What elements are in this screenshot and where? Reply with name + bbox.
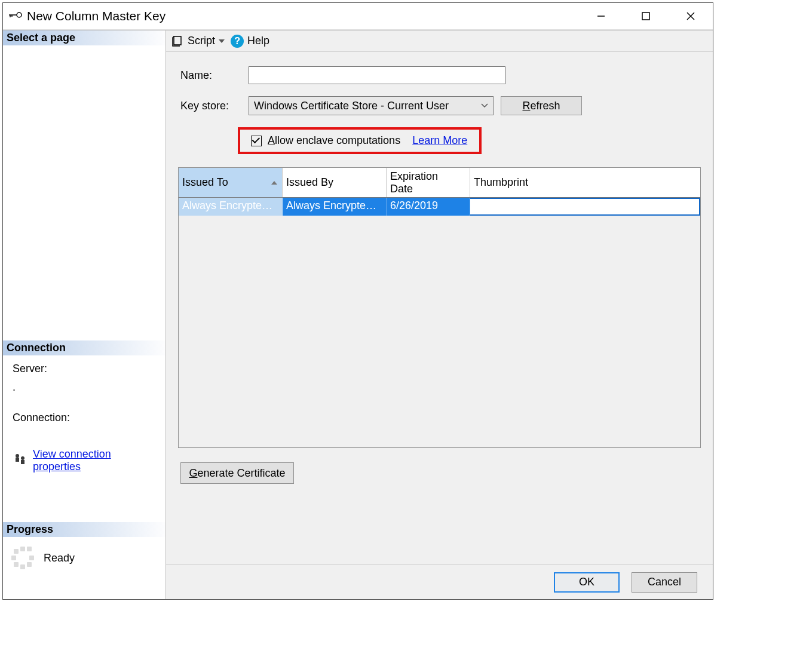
sort-asc-icon xyxy=(271,181,277,185)
name-input[interactable] xyxy=(249,66,505,84)
enclave-highlight-box: Allow enclave computations Learn More xyxy=(238,127,482,154)
cancel-button[interactable]: Cancel xyxy=(632,572,697,593)
cell-issued-to: Always Encrypted ... xyxy=(179,198,283,216)
progress-header: Progress xyxy=(3,522,165,537)
script-label: Script xyxy=(188,35,215,47)
help-icon: ? xyxy=(231,35,244,48)
column-header-thumbprint[interactable]: Thumbprint xyxy=(470,168,700,197)
name-label: Name: xyxy=(180,69,249,82)
cell-expiration: 6/26/2019 xyxy=(387,198,470,216)
view-connection-properties-link[interactable]: View connection properties xyxy=(33,448,160,473)
right-panel: Script ? Help Name: Key store: Windows C… xyxy=(165,30,713,599)
cell-thumbprint xyxy=(470,198,700,216)
help-button[interactable]: ? Help xyxy=(231,35,269,48)
certificate-grid: Issued To Issued By ExpirationDate Thumb… xyxy=(178,167,701,448)
svg-rect-11 xyxy=(21,460,24,464)
column-header-issued-to[interactable]: Issued To xyxy=(179,168,283,197)
svg-point-8 xyxy=(16,454,19,458)
help-label: Help xyxy=(247,35,269,47)
progress-status: Ready xyxy=(44,552,75,564)
key-icon xyxy=(9,11,22,22)
keystore-label: Key store: xyxy=(180,100,249,112)
svg-rect-12 xyxy=(174,36,181,45)
dialog-footer: OK Cancel xyxy=(166,564,713,599)
allow-enclave-checkbox[interactable] xyxy=(251,136,262,146)
refresh-button[interactable]: Refresh xyxy=(501,96,582,115)
svg-rect-5 xyxy=(642,13,649,20)
cell-issued-by: Always Encrypted A... xyxy=(283,198,387,216)
left-panel: Select a page Connection Server: . Conne… xyxy=(3,30,165,599)
select-page-header: Select a page xyxy=(3,30,165,45)
svg-rect-9 xyxy=(16,458,19,462)
svg-point-10 xyxy=(21,456,24,460)
minimize-button[interactable] xyxy=(578,3,623,30)
generate-certificate-button[interactable]: Generate Certificate xyxy=(180,462,294,484)
column-header-expiration[interactable]: ExpirationDate xyxy=(387,168,470,197)
column-header-issued-by[interactable]: Issued By xyxy=(283,168,387,197)
connection-label: Connection: xyxy=(13,412,160,424)
chevron-down-icon xyxy=(481,103,488,108)
server-label: Server: xyxy=(13,363,160,375)
progress-spinner-icon xyxy=(11,547,34,569)
keystore-value: Windows Certificate Store - Current User xyxy=(254,100,449,112)
server-value: . xyxy=(13,381,160,394)
script-dropdown[interactable]: Script xyxy=(172,35,225,47)
toolbar: Script ? Help xyxy=(166,30,713,52)
connection-properties-icon xyxy=(14,453,27,469)
dialog-window: New Column Master Key Select a page Conn… xyxy=(2,2,713,600)
title-bar: New Column Master Key xyxy=(3,3,713,30)
chevron-down-icon xyxy=(219,39,225,43)
svg-point-0 xyxy=(17,13,22,17)
connection-body: Server: . Connection: View connection pr… xyxy=(3,355,165,486)
connection-header: Connection xyxy=(3,340,165,355)
allow-enclave-label: Allow enclave computations xyxy=(268,134,400,147)
close-button[interactable] xyxy=(668,3,713,30)
maximize-button[interactable] xyxy=(623,3,668,30)
table-row[interactable]: Always Encrypted ... Always Encrypted A.… xyxy=(179,198,700,216)
window-title: New Column Master Key xyxy=(27,9,165,23)
ok-button[interactable]: OK xyxy=(554,572,620,593)
learn-more-link[interactable]: Learn More xyxy=(412,134,467,147)
keystore-select[interactable]: Windows Certificate Store - Current User xyxy=(249,96,494,115)
